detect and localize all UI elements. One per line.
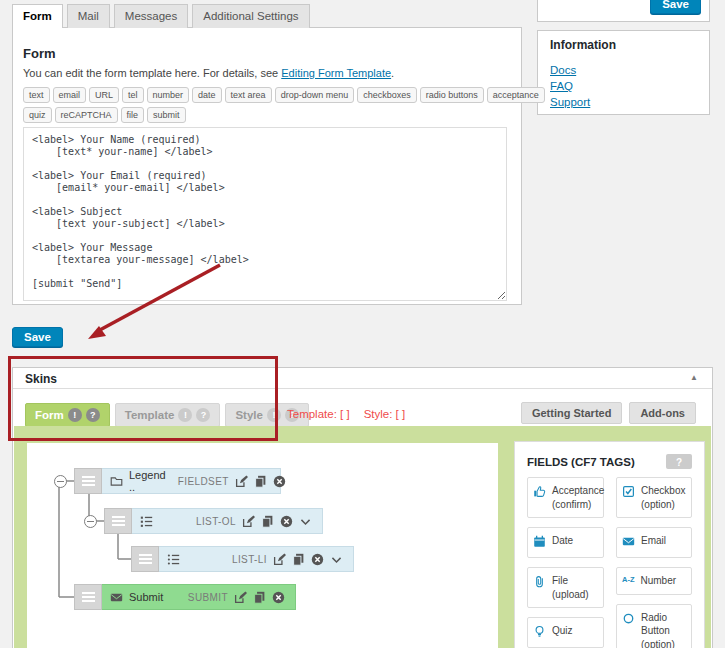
fields-column-right: Checkbox (option) Email A-Z Number Radio… bbox=[616, 477, 692, 648]
calendar-icon bbox=[533, 535, 546, 551]
help-badge[interactable]: ? bbox=[86, 408, 100, 422]
field-date-button[interactable]: Date bbox=[527, 527, 604, 558]
tab-mail[interactable]: Mail bbox=[67, 4, 110, 28]
field-label: File (upload) bbox=[552, 574, 598, 601]
fields-column-left: Acceptance (confirm) Date File (upload) … bbox=[527, 477, 604, 648]
tag-button-text[interactable]: text bbox=[23, 87, 50, 103]
tag-button-drop-down-menu[interactable]: drop-down menu bbox=[275, 87, 355, 103]
tag-button-checkboxes[interactable]: checkboxes bbox=[357, 87, 417, 103]
tag-button-text-area[interactable]: text area bbox=[225, 87, 272, 103]
delete-icon[interactable] bbox=[272, 591, 285, 604]
alert-badge[interactable]: ! bbox=[178, 408, 192, 422]
drag-handle-icon[interactable] bbox=[74, 468, 102, 494]
list-item-icon bbox=[167, 553, 180, 566]
skins-tab-form[interactable]: Form ! ? bbox=[25, 403, 110, 427]
tree-node-submit: Submit SUBMIT bbox=[74, 584, 296, 610]
node-type: FIELDSET bbox=[178, 476, 229, 487]
node-label: Submit bbox=[129, 591, 163, 603]
tag-button-quiz[interactable]: quiz bbox=[23, 107, 52, 123]
duplicate-icon[interactable] bbox=[254, 475, 267, 488]
skins-tab-form-label: Form bbox=[35, 409, 64, 421]
help-button[interactable]: ? bbox=[666, 454, 692, 469]
tree-node-list-li: LIST-LI bbox=[131, 546, 354, 572]
field-number-button[interactable]: A-Z Number bbox=[616, 567, 692, 595]
field-email-button[interactable]: Email bbox=[616, 527, 692, 558]
template-status: Template: [ ] bbox=[287, 408, 350, 420]
description-period: . bbox=[391, 67, 394, 79]
drag-handle-icon[interactable] bbox=[131, 546, 159, 572]
drag-handle-icon[interactable] bbox=[74, 584, 102, 610]
save-button[interactable]: Save bbox=[12, 327, 63, 347]
edit-icon[interactable] bbox=[242, 515, 255, 528]
field-acceptance-button[interactable]: Acceptance (confirm) bbox=[527, 477, 604, 518]
delete-icon[interactable] bbox=[280, 515, 293, 528]
fields-cf7-tags-panel: FIELDS (CF7 TAGS) ? Acceptance (confirm)… bbox=[514, 441, 705, 648]
edit-icon[interactable] bbox=[234, 591, 247, 604]
paperclip-icon bbox=[533, 575, 546, 591]
delete-icon[interactable] bbox=[311, 553, 324, 566]
node-type: LIST-LI bbox=[232, 554, 267, 565]
field-label: Quiz bbox=[552, 624, 573, 638]
field-file-button[interactable]: File (upload) bbox=[527, 567, 604, 608]
folder-icon bbox=[110, 475, 123, 488]
information-box: Information Docs FAQ Support bbox=[537, 30, 710, 115]
tag-button-radio-buttons[interactable]: radio buttons bbox=[420, 87, 484, 103]
field-checkbox-button[interactable]: Checkbox (option) bbox=[616, 477, 692, 518]
skins-metabox: Skins ▲ Form ! ? Template ! ? Style ! ? … bbox=[12, 367, 713, 648]
skins-header: Skins ▲ bbox=[13, 368, 712, 389]
sidebar-save-button[interactable]: Save bbox=[650, 0, 701, 14]
alert-badge[interactable]: ! bbox=[267, 408, 281, 422]
information-title: Information bbox=[538, 31, 709, 52]
form-editor-tabs: Form Mail Messages Additional Settings bbox=[12, 4, 310, 28]
docs-link[interactable]: Docs bbox=[550, 64, 697, 76]
tag-button-submit[interactable]: submit bbox=[147, 107, 186, 123]
tag-button-number[interactable]: number bbox=[147, 87, 190, 103]
skins-tab-template[interactable]: Template ! ? bbox=[115, 403, 221, 427]
getting-started-button[interactable]: Getting Started bbox=[521, 402, 622, 424]
tag-button-recaptcha[interactable]: reCAPTCHA bbox=[55, 107, 118, 123]
field-label: Date bbox=[552, 534, 573, 548]
tag-button-acceptance[interactable]: acceptance bbox=[487, 87, 545, 103]
duplicate-icon[interactable] bbox=[292, 553, 305, 566]
chevron-down-icon[interactable] bbox=[299, 515, 312, 528]
skins-tab-template-label: Template bbox=[125, 409, 175, 421]
thumbs-up-icon bbox=[533, 485, 546, 501]
faq-link[interactable]: FAQ bbox=[550, 80, 697, 92]
tab-form[interactable]: Form bbox=[12, 4, 63, 28]
ordered-list-icon bbox=[140, 515, 153, 528]
collapse-node-icon[interactable] bbox=[54, 475, 67, 488]
tag-generator-row-1: text email URL tel number date text area… bbox=[23, 87, 511, 103]
editing-form-template-link[interactable]: Editing Form Template bbox=[281, 67, 391, 79]
field-radio-button[interactable]: Radio Button (option) bbox=[616, 604, 692, 648]
tab-additional-settings[interactable]: Additional Settings bbox=[192, 4, 309, 28]
tag-button-email[interactable]: email bbox=[53, 87, 87, 103]
edit-icon[interactable] bbox=[273, 553, 286, 566]
envelope-icon bbox=[110, 591, 123, 604]
tree-node-list-ol: LIST-OL bbox=[104, 508, 323, 534]
support-link[interactable]: Support bbox=[550, 96, 697, 108]
tag-button-date[interactable]: date bbox=[192, 87, 222, 103]
tree-node-fieldset: Legend .. FIELDSET bbox=[74, 468, 281, 494]
tab-messages[interactable]: Messages bbox=[114, 4, 188, 28]
tag-button-tel[interactable]: tel bbox=[122, 87, 144, 103]
drag-handle-icon[interactable] bbox=[104, 508, 132, 534]
edit-icon[interactable] bbox=[235, 475, 248, 488]
duplicate-icon[interactable] bbox=[261, 515, 274, 528]
chevron-down-icon[interactable] bbox=[330, 553, 343, 566]
add-ons-button[interactable]: Add-ons bbox=[629, 402, 696, 424]
tag-button-file[interactable]: file bbox=[121, 107, 145, 123]
field-quiz-button[interactable]: Quiz bbox=[527, 617, 604, 648]
form-template-panel: Form You can edit the form template here… bbox=[12, 27, 522, 305]
alert-badge[interactable]: ! bbox=[68, 408, 82, 422]
tag-generator-row-2: quiz reCAPTCHA file submit bbox=[23, 107, 511, 123]
delete-icon[interactable] bbox=[273, 475, 286, 488]
duplicate-icon[interactable] bbox=[253, 591, 266, 604]
form-template-textarea[interactable]: <label> Your Name (required) [text* your… bbox=[23, 127, 507, 301]
field-label: Number bbox=[641, 574, 677, 588]
collapse-node-icon[interactable] bbox=[84, 515, 97, 528]
field-label: Email bbox=[641, 534, 666, 548]
description-text: You can edit the form template here. For… bbox=[23, 67, 281, 79]
tag-button-url[interactable]: URL bbox=[89, 87, 119, 103]
help-badge[interactable]: ? bbox=[196, 408, 210, 422]
collapse-toggle-icon[interactable]: ▲ bbox=[690, 373, 698, 382]
